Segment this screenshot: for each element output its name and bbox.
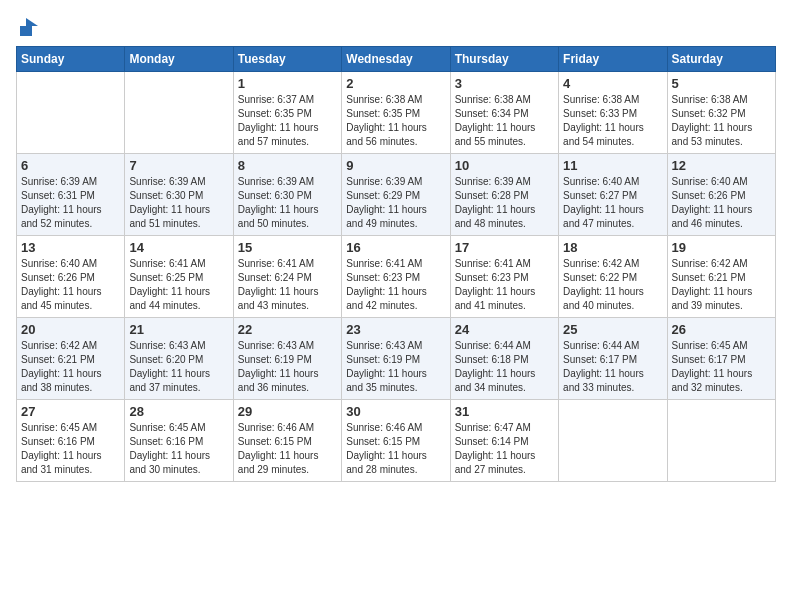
day-info: Sunrise: 6:43 AMSunset: 6:19 PMDaylight:… — [346, 339, 445, 395]
day-number: 24 — [455, 322, 554, 337]
day-number: 2 — [346, 76, 445, 91]
logo — [16, 16, 40, 38]
day-number: 29 — [238, 404, 337, 419]
weekday-header-cell: Friday — [559, 47, 667, 72]
day-number: 9 — [346, 158, 445, 173]
day-number: 3 — [455, 76, 554, 91]
day-info: Sunrise: 6:41 AMSunset: 6:23 PMDaylight:… — [455, 257, 554, 313]
day-number: 5 — [672, 76, 771, 91]
calendar-cell: 21Sunrise: 6:43 AMSunset: 6:20 PMDayligh… — [125, 318, 233, 400]
day-info: Sunrise: 6:42 AMSunset: 6:22 PMDaylight:… — [563, 257, 662, 313]
calendar-cell: 29Sunrise: 6:46 AMSunset: 6:15 PMDayligh… — [233, 400, 341, 482]
day-info: Sunrise: 6:47 AMSunset: 6:14 PMDaylight:… — [455, 421, 554, 477]
calendar-cell: 1Sunrise: 6:37 AMSunset: 6:35 PMDaylight… — [233, 72, 341, 154]
day-info: Sunrise: 6:43 AMSunset: 6:20 PMDaylight:… — [129, 339, 228, 395]
day-number: 6 — [21, 158, 120, 173]
day-number: 1 — [238, 76, 337, 91]
day-info: Sunrise: 6:45 AMSunset: 6:17 PMDaylight:… — [672, 339, 771, 395]
logo-icon — [18, 16, 40, 38]
day-info: Sunrise: 6:38 AMSunset: 6:35 PMDaylight:… — [346, 93, 445, 149]
day-info: Sunrise: 6:43 AMSunset: 6:19 PMDaylight:… — [238, 339, 337, 395]
day-info: Sunrise: 6:44 AMSunset: 6:17 PMDaylight:… — [563, 339, 662, 395]
day-number: 22 — [238, 322, 337, 337]
calendar-cell — [559, 400, 667, 482]
calendar-body: 1Sunrise: 6:37 AMSunset: 6:35 PMDaylight… — [17, 72, 776, 482]
day-number: 4 — [563, 76, 662, 91]
day-number: 23 — [346, 322, 445, 337]
day-info: Sunrise: 6:41 AMSunset: 6:24 PMDaylight:… — [238, 257, 337, 313]
calendar-cell: 24Sunrise: 6:44 AMSunset: 6:18 PMDayligh… — [450, 318, 558, 400]
calendar-week-row: 20Sunrise: 6:42 AMSunset: 6:21 PMDayligh… — [17, 318, 776, 400]
calendar-cell: 10Sunrise: 6:39 AMSunset: 6:28 PMDayligh… — [450, 154, 558, 236]
calendar-cell: 9Sunrise: 6:39 AMSunset: 6:29 PMDaylight… — [342, 154, 450, 236]
day-number: 21 — [129, 322, 228, 337]
svg-marker-0 — [20, 18, 38, 36]
weekday-header-row: SundayMondayTuesdayWednesdayThursdayFrid… — [17, 47, 776, 72]
weekday-header-cell: Thursday — [450, 47, 558, 72]
day-info: Sunrise: 6:46 AMSunset: 6:15 PMDaylight:… — [346, 421, 445, 477]
calendar-cell — [125, 72, 233, 154]
calendar-cell: 30Sunrise: 6:46 AMSunset: 6:15 PMDayligh… — [342, 400, 450, 482]
weekday-header-cell: Tuesday — [233, 47, 341, 72]
calendar-cell: 8Sunrise: 6:39 AMSunset: 6:30 PMDaylight… — [233, 154, 341, 236]
calendar-cell: 26Sunrise: 6:45 AMSunset: 6:17 PMDayligh… — [667, 318, 775, 400]
calendar-cell: 2Sunrise: 6:38 AMSunset: 6:35 PMDaylight… — [342, 72, 450, 154]
day-number: 20 — [21, 322, 120, 337]
calendar-cell: 17Sunrise: 6:41 AMSunset: 6:23 PMDayligh… — [450, 236, 558, 318]
day-info: Sunrise: 6:42 AMSunset: 6:21 PMDaylight:… — [672, 257, 771, 313]
calendar-table: SundayMondayTuesdayWednesdayThursdayFrid… — [16, 46, 776, 482]
day-number: 17 — [455, 240, 554, 255]
day-info: Sunrise: 6:39 AMSunset: 6:29 PMDaylight:… — [346, 175, 445, 231]
calendar-week-row: 1Sunrise: 6:37 AMSunset: 6:35 PMDaylight… — [17, 72, 776, 154]
calendar-cell: 27Sunrise: 6:45 AMSunset: 6:16 PMDayligh… — [17, 400, 125, 482]
calendar-week-row: 13Sunrise: 6:40 AMSunset: 6:26 PMDayligh… — [17, 236, 776, 318]
day-number: 12 — [672, 158, 771, 173]
day-info: Sunrise: 6:40 AMSunset: 6:26 PMDaylight:… — [21, 257, 120, 313]
page-header — [16, 16, 776, 38]
day-number: 13 — [21, 240, 120, 255]
calendar-cell: 13Sunrise: 6:40 AMSunset: 6:26 PMDayligh… — [17, 236, 125, 318]
calendar-cell: 11Sunrise: 6:40 AMSunset: 6:27 PMDayligh… — [559, 154, 667, 236]
day-number: 7 — [129, 158, 228, 173]
calendar-cell: 7Sunrise: 6:39 AMSunset: 6:30 PMDaylight… — [125, 154, 233, 236]
day-info: Sunrise: 6:38 AMSunset: 6:32 PMDaylight:… — [672, 93, 771, 149]
calendar-cell: 12Sunrise: 6:40 AMSunset: 6:26 PMDayligh… — [667, 154, 775, 236]
day-number: 28 — [129, 404, 228, 419]
calendar-cell: 14Sunrise: 6:41 AMSunset: 6:25 PMDayligh… — [125, 236, 233, 318]
calendar-cell: 25Sunrise: 6:44 AMSunset: 6:17 PMDayligh… — [559, 318, 667, 400]
day-info: Sunrise: 6:42 AMSunset: 6:21 PMDaylight:… — [21, 339, 120, 395]
calendar-cell: 4Sunrise: 6:38 AMSunset: 6:33 PMDaylight… — [559, 72, 667, 154]
day-number: 27 — [21, 404, 120, 419]
calendar-cell — [667, 400, 775, 482]
day-number: 11 — [563, 158, 662, 173]
weekday-header-cell: Saturday — [667, 47, 775, 72]
day-info: Sunrise: 6:44 AMSunset: 6:18 PMDaylight:… — [455, 339, 554, 395]
day-info: Sunrise: 6:46 AMSunset: 6:15 PMDaylight:… — [238, 421, 337, 477]
calendar-cell: 15Sunrise: 6:41 AMSunset: 6:24 PMDayligh… — [233, 236, 341, 318]
day-info: Sunrise: 6:40 AMSunset: 6:26 PMDaylight:… — [672, 175, 771, 231]
calendar-cell: 5Sunrise: 6:38 AMSunset: 6:32 PMDaylight… — [667, 72, 775, 154]
calendar-cell: 3Sunrise: 6:38 AMSunset: 6:34 PMDaylight… — [450, 72, 558, 154]
weekday-header-cell: Wednesday — [342, 47, 450, 72]
weekday-header-cell: Monday — [125, 47, 233, 72]
calendar-cell — [17, 72, 125, 154]
calendar-cell: 31Sunrise: 6:47 AMSunset: 6:14 PMDayligh… — [450, 400, 558, 482]
day-info: Sunrise: 6:41 AMSunset: 6:25 PMDaylight:… — [129, 257, 228, 313]
day-number: 8 — [238, 158, 337, 173]
day-number: 19 — [672, 240, 771, 255]
day-number: 18 — [563, 240, 662, 255]
day-number: 31 — [455, 404, 554, 419]
day-number: 30 — [346, 404, 445, 419]
calendar-cell: 20Sunrise: 6:42 AMSunset: 6:21 PMDayligh… — [17, 318, 125, 400]
day-number: 16 — [346, 240, 445, 255]
day-info: Sunrise: 6:40 AMSunset: 6:27 PMDaylight:… — [563, 175, 662, 231]
calendar-cell: 19Sunrise: 6:42 AMSunset: 6:21 PMDayligh… — [667, 236, 775, 318]
calendar-cell: 28Sunrise: 6:45 AMSunset: 6:16 PMDayligh… — [125, 400, 233, 482]
day-number: 15 — [238, 240, 337, 255]
day-info: Sunrise: 6:38 AMSunset: 6:33 PMDaylight:… — [563, 93, 662, 149]
day-info: Sunrise: 6:39 AMSunset: 6:30 PMDaylight:… — [129, 175, 228, 231]
day-info: Sunrise: 6:45 AMSunset: 6:16 PMDaylight:… — [21, 421, 120, 477]
calendar-cell: 6Sunrise: 6:39 AMSunset: 6:31 PMDaylight… — [17, 154, 125, 236]
day-number: 10 — [455, 158, 554, 173]
day-info: Sunrise: 6:45 AMSunset: 6:16 PMDaylight:… — [129, 421, 228, 477]
